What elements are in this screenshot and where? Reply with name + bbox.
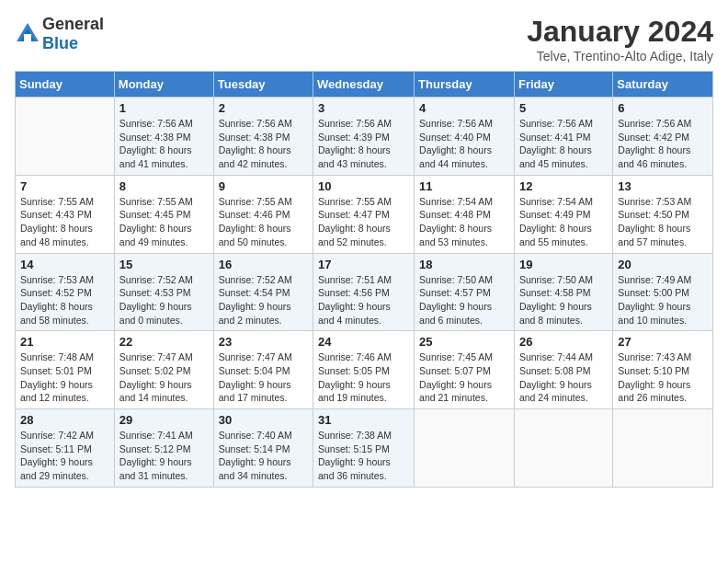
calendar-cell: 21 Sunrise: 7:48 AM Sunset: 5:01 PM Dayl…: [16, 331, 115, 409]
calendar-cell: 23 Sunrise: 7:47 AM Sunset: 5:04 PM Dayl…: [213, 331, 313, 409]
calendar-cell: 31 Sunrise: 7:38 AM Sunset: 5:15 PM Dayl…: [313, 409, 415, 488]
day-sunrise: Sunrise: 7:56 AM: [419, 118, 493, 129]
calendar-cell: 18 Sunrise: 7:50 AM Sunset: 4:57 PM Dayl…: [415, 253, 515, 331]
day-sunset: Sunset: 4:57 PM: [419, 287, 491, 298]
day-daylight: Daylight: 8 hours and 44 minutes.: [419, 144, 492, 169]
calendar-cell: 3 Sunrise: 7:56 AM Sunset: 4:39 PM Dayli…: [313, 98, 415, 176]
day-sunset: Sunset: 5:01 PM: [20, 365, 92, 376]
day-sunrise: Sunrise: 7:43 AM: [618, 351, 691, 362]
day-sunrise: Sunrise: 7:56 AM: [219, 118, 292, 129]
day-daylight: Daylight: 9 hours and 29 minutes.: [20, 456, 93, 481]
calendar-cell: 10 Sunrise: 7:55 AM Sunset: 4:47 PM Dayl…: [313, 175, 415, 253]
day-number: 9: [219, 179, 308, 193]
day-number: 6: [618, 101, 708, 115]
day-daylight: Daylight: 8 hours and 48 minutes.: [20, 223, 93, 247]
day-sunset: Sunset: 4:39 PM: [318, 132, 390, 143]
day-daylight: Daylight: 9 hours and 36 minutes.: [318, 456, 391, 481]
calendar-cell: [613, 409, 713, 488]
day-daylight: Daylight: 8 hours and 46 minutes.: [618, 144, 690, 169]
day-sunrise: Sunrise: 7:55 AM: [318, 196, 392, 207]
day-sunrise: Sunrise: 7:56 AM: [618, 118, 691, 129]
day-sunset: Sunset: 5:11 PM: [20, 443, 92, 454]
day-sunrise: Sunrise: 7:56 AM: [119, 118, 193, 129]
day-sunrise: Sunrise: 7:38 AM: [318, 430, 392, 441]
calendar-cell: 1 Sunrise: 7:56 AM Sunset: 4:38 PM Dayli…: [114, 98, 213, 176]
day-daylight: Daylight: 9 hours and 14 minutes.: [119, 379, 192, 404]
day-number: 15: [119, 258, 209, 271]
day-sunrise: Sunrise: 7:56 AM: [519, 118, 593, 129]
day-daylight: Daylight: 9 hours and 6 minutes.: [419, 301, 492, 326]
day-daylight: Daylight: 8 hours and 42 minutes.: [219, 144, 291, 169]
day-sunrise: Sunrise: 7:54 AM: [419, 196, 493, 207]
day-daylight: Daylight: 9 hours and 31 minutes.: [119, 456, 192, 481]
day-number: 13: [618, 179, 708, 193]
col-header-friday: Friday: [514, 72, 612, 98]
calendar-cell: 30 Sunrise: 7:40 AM Sunset: 5:14 PM Dayl…: [213, 409, 313, 488]
calendar-cell: 19 Sunrise: 7:50 AM Sunset: 4:58 PM Dayl…: [514, 253, 612, 331]
day-number: 1: [119, 101, 209, 115]
day-number: 2: [219, 101, 308, 115]
calendar-cell: 14 Sunrise: 7:53 AM Sunset: 4:52 PM Dayl…: [16, 253, 115, 331]
day-sunrise: Sunrise: 7:50 AM: [419, 274, 493, 285]
calendar-cell: 25 Sunrise: 7:45 AM Sunset: 5:07 PM Dayl…: [415, 331, 515, 409]
calendar-cell: 16 Sunrise: 7:52 AM Sunset: 4:54 PM Dayl…: [213, 253, 313, 331]
day-sunset: Sunset: 4:47 PM: [318, 209, 390, 220]
logo-icon: [15, 21, 40, 47]
day-number: 20: [618, 258, 708, 271]
day-sunrise: Sunrise: 7:46 AM: [318, 351, 392, 362]
day-number: 18: [419, 258, 509, 271]
calendar-cell: 15 Sunrise: 7:52 AM Sunset: 4:53 PM Dayl…: [114, 253, 213, 331]
day-number: 14: [20, 258, 109, 271]
col-header-wednesday: Wednesday: [313, 72, 415, 98]
calendar-title: January 2024: [527, 15, 713, 49]
calendar-cell: 29 Sunrise: 7:41 AM Sunset: 5:12 PM Dayl…: [114, 409, 213, 488]
calendar-cell: 2 Sunrise: 7:56 AM Sunset: 4:38 PM Dayli…: [213, 98, 313, 176]
calendar-cell: 12 Sunrise: 7:54 AM Sunset: 4:49 PM Dayl…: [514, 175, 612, 253]
day-daylight: Daylight: 8 hours and 41 minutes.: [119, 144, 192, 169]
day-daylight: Daylight: 9 hours and 0 minutes.: [119, 301, 192, 326]
calendar-cell: 5 Sunrise: 7:56 AM Sunset: 4:41 PM Dayli…: [514, 98, 612, 176]
day-daylight: Daylight: 9 hours and 2 minutes.: [219, 301, 291, 326]
calendar-cell: 7 Sunrise: 7:55 AM Sunset: 4:43 PM Dayli…: [16, 175, 115, 253]
day-number: 12: [519, 179, 608, 193]
day-sunrise: Sunrise: 7:53 AM: [618, 196, 691, 207]
day-sunset: Sunset: 4:49 PM: [519, 209, 591, 220]
day-sunset: Sunset: 5:14 PM: [219, 443, 290, 454]
day-sunset: Sunset: 5:00 PM: [618, 287, 689, 298]
day-sunrise: Sunrise: 7:48 AM: [20, 351, 94, 362]
day-daylight: Daylight: 8 hours and 57 minutes.: [618, 223, 690, 247]
calendar-cell: 20 Sunrise: 7:49 AM Sunset: 5:00 PM Dayl…: [613, 253, 713, 331]
day-sunrise: Sunrise: 7:44 AM: [519, 351, 593, 362]
day-sunset: Sunset: 4:53 PM: [119, 287, 191, 298]
day-sunrise: Sunrise: 7:47 AM: [119, 351, 193, 362]
day-sunset: Sunset: 5:07 PM: [419, 365, 491, 376]
day-daylight: Daylight: 8 hours and 53 minutes.: [419, 223, 492, 247]
day-sunrise: Sunrise: 7:49 AM: [618, 274, 691, 285]
day-number: 28: [20, 413, 109, 427]
day-sunset: Sunset: 4:54 PM: [219, 287, 290, 298]
calendar-table: SundayMondayTuesdayWednesdayThursdayFrid…: [15, 71, 713, 488]
calendar-cell: 27 Sunrise: 7:43 AM Sunset: 5:10 PM Dayl…: [613, 331, 713, 409]
day-number: 10: [318, 179, 409, 193]
day-daylight: Daylight: 8 hours and 50 minutes.: [219, 223, 291, 247]
day-sunset: Sunset: 4:40 PM: [419, 132, 491, 143]
day-number: 24: [318, 335, 409, 349]
day-number: 31: [318, 413, 409, 427]
logo-text-general: General: [42, 15, 104, 33]
day-number: 30: [219, 413, 308, 427]
day-sunrise: Sunrise: 7:40 AM: [219, 430, 292, 441]
day-sunset: Sunset: 4:38 PM: [219, 132, 290, 143]
day-daylight: Daylight: 9 hours and 34 minutes.: [219, 456, 291, 481]
day-sunrise: Sunrise: 7:55 AM: [119, 196, 193, 207]
day-sunset: Sunset: 4:52 PM: [20, 287, 92, 298]
day-sunset: Sunset: 4:43 PM: [20, 209, 92, 220]
day-number: 23: [219, 335, 308, 349]
calendar-cell: 4 Sunrise: 7:56 AM Sunset: 4:40 PM Dayli…: [415, 98, 515, 176]
day-sunset: Sunset: 5:08 PM: [519, 365, 591, 376]
day-sunset: Sunset: 5:15 PM: [318, 443, 390, 454]
day-sunset: Sunset: 4:56 PM: [318, 287, 390, 298]
day-sunrise: Sunrise: 7:42 AM: [20, 430, 94, 441]
day-number: 27: [618, 335, 708, 349]
day-number: 7: [20, 179, 109, 193]
col-header-sunday: Sunday: [16, 72, 115, 98]
